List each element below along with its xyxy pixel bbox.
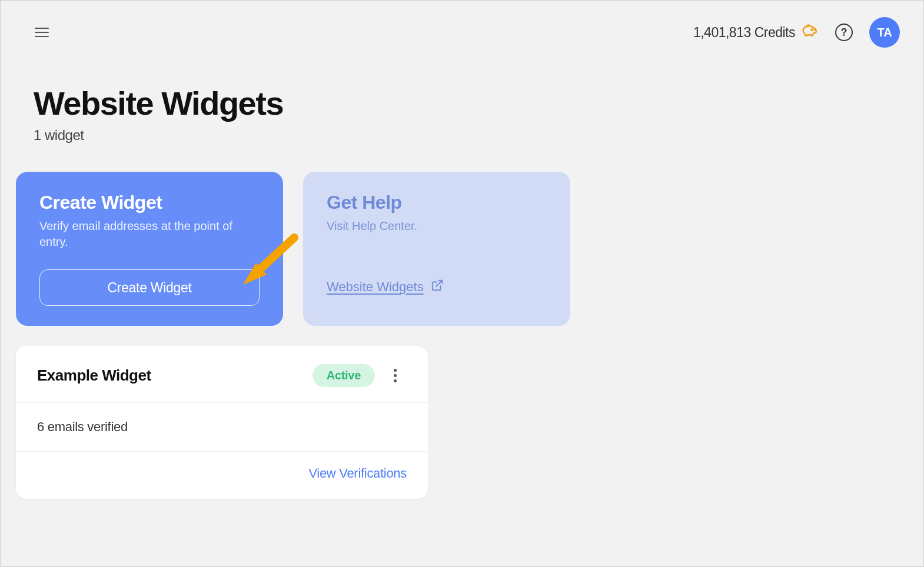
credits-text: 1,401,813 Credits bbox=[693, 25, 795, 41]
help-card-description: Visit Help Center. bbox=[327, 218, 547, 234]
top-right-group: 1,401,813 Credits ? TA bbox=[693, 17, 900, 48]
create-card-description: Verify email addresses at the point of e… bbox=[39, 218, 260, 250]
widget-card-footer: View Verifications bbox=[16, 452, 428, 499]
view-verifications-link[interactable]: View Verifications bbox=[308, 466, 407, 481]
help-card-title: Get Help bbox=[327, 192, 547, 214]
external-link-icon bbox=[431, 279, 444, 295]
get-help-card: Get Help Visit Help Center. Website Widg… bbox=[303, 172, 570, 326]
page-title: Website Widgets bbox=[34, 84, 923, 122]
svg-line-1 bbox=[436, 281, 442, 286]
menu-icon[interactable] bbox=[35, 24, 52, 41]
help-icon[interactable]: ? bbox=[835, 24, 853, 41]
status-badge: Active bbox=[313, 364, 375, 387]
widget-card-header: Example Widget Active bbox=[16, 346, 428, 403]
page-header: Website Widgets 1 widget bbox=[1, 48, 923, 144]
svg-point-0 bbox=[812, 29, 813, 31]
page-subtitle: 1 widget bbox=[34, 127, 923, 144]
avatar[interactable]: TA bbox=[869, 17, 900, 48]
credits-display[interactable]: 1,401,813 Credits bbox=[693, 22, 819, 42]
help-link-label: Website Widgets bbox=[327, 279, 424, 295]
create-widget-card: Create Widget Verify email addresses at … bbox=[16, 172, 283, 326]
create-widget-button[interactable]: Create Widget bbox=[39, 269, 260, 306]
widget-name: Example Widget bbox=[37, 366, 313, 385]
widget-card: Example Widget Active 6 emails verified … bbox=[16, 346, 428, 499]
avatar-initials: TA bbox=[877, 26, 892, 39]
top-bar: 1,401,813 Credits ? TA bbox=[1, 1, 923, 48]
help-center-link[interactable]: Website Widgets bbox=[327, 279, 444, 306]
promo-cards-row: Create Widget Verify email addresses at … bbox=[1, 144, 923, 326]
piggy-bank-icon bbox=[801, 22, 819, 42]
widget-summary: 6 emails verified bbox=[16, 403, 428, 452]
more-options-icon[interactable] bbox=[383, 363, 407, 387]
create-card-title: Create Widget bbox=[39, 192, 260, 214]
